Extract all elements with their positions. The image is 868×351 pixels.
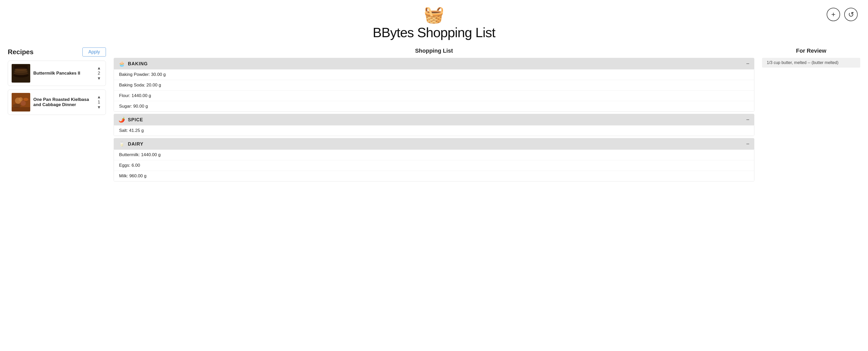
recipe-count-controls: ▲ 2 ▼	[96, 66, 102, 80]
category-header-left: 🌶️ SPICE	[119, 117, 143, 123]
shopping-list-title: Shopping List	[114, 47, 754, 54]
svg-point-8	[21, 101, 26, 106]
recipe-card: Buttermilk Pancakes II ▲ 2 ▼	[8, 61, 106, 86]
increment-button[interactable]: ▲	[96, 95, 102, 99]
plus-icon: +	[831, 10, 835, 19]
app-title: BBytes Shopping List	[373, 25, 495, 40]
category-spice: 🌶️ SPICE − Salt: 41.25 g	[114, 114, 754, 136]
decrement-button[interactable]: ▼	[96, 76, 102, 80]
dairy-icon: 🥛	[119, 141, 125, 147]
category-header-spice: 🌶️ SPICE −	[114, 114, 754, 126]
collapse-baking-button[interactable]: −	[746, 61, 749, 67]
svg-rect-5	[14, 65, 28, 69]
recipe-name: Buttermilk Pancakes II	[33, 71, 93, 76]
spice-icon: 🌶️	[119, 117, 125, 123]
collapse-spice-button[interactable]: −	[746, 117, 749, 122]
recipe-card: One Pan Roasted Kielbasa and Cabbage Din…	[8, 90, 106, 115]
ingredient-row: Milk: 960.00 g	[114, 171, 754, 181]
category-name-dairy: DAIRY	[128, 141, 144, 147]
baking-icon: 🧁	[119, 61, 125, 67]
app-logo: 🧺	[424, 6, 444, 23]
refresh-button[interactable]: ↺	[844, 8, 858, 21]
category-name-baking: BAKING	[128, 61, 148, 67]
decrement-button[interactable]: ▼	[96, 105, 102, 109]
recipe-count: 2	[98, 71, 100, 76]
header-actions: + ↺	[827, 8, 858, 21]
ingredient-row: Flour: 1440.00 g	[114, 91, 754, 101]
recipe-thumbnail	[11, 93, 30, 111]
for-review-title: For Review	[762, 47, 860, 54]
ingredient-row: Salt: 41.25 g	[114, 126, 754, 136]
recipe-count-controls: ▲ 1 ▼	[96, 95, 102, 109]
increment-button[interactable]: ▲	[96, 66, 102, 70]
ingredient-row: Baking Powder: 30.00 g	[114, 69, 754, 80]
category-dairy: 🥛 DAIRY − Buttermilk: 1440.00 g Eggs: 6.…	[114, 138, 754, 181]
category-baking: 🧁 BAKING − Baking Powder: 30.00 g Baking…	[114, 58, 754, 112]
recipes-panel: Recipes Apply Buttermilk Pancakes II ▲ 2…	[8, 47, 106, 183]
ingredient-row: Eggs: 6.00	[114, 160, 754, 171]
category-name-spice: SPICE	[128, 117, 143, 122]
category-header-left: 🥛 DAIRY	[119, 141, 144, 147]
recipe-thumbnail	[11, 64, 30, 82]
shopping-list-panel: Shopping List 🧁 BAKING − Baking Powder: …	[106, 47, 762, 183]
main-content: Recipes Apply Buttermilk Pancakes II ▲ 2…	[0, 47, 868, 183]
ingredient-row: Sugar: 90.00 g	[114, 101, 754, 111]
add-recipe-button[interactable]: +	[827, 8, 840, 21]
collapse-dairy-button[interactable]: −	[746, 141, 749, 147]
recipes-title: Recipes	[8, 48, 34, 56]
svg-rect-12	[11, 107, 30, 111]
refresh-icon: ↺	[848, 10, 854, 19]
recipe-name: One Pan Roasted Kielbasa and Cabbage Din…	[33, 97, 93, 107]
recipes-header: Recipes Apply	[8, 47, 106, 57]
header: 🧺 BBytes Shopping List + ↺	[0, 0, 868, 43]
apply-button[interactable]: Apply	[83, 47, 106, 57]
review-item: 1/3 cup butter, melted -- (butter melted…	[762, 58, 860, 68]
svg-point-9	[19, 97, 23, 101]
svg-point-11	[23, 98, 28, 101]
ingredient-row: Buttermilk: 1440.00 g	[114, 150, 754, 160]
category-header-dairy: 🥛 DAIRY −	[114, 138, 754, 150]
for-review-panel: For Review 1/3 cup butter, melted -- (bu…	[762, 47, 860, 183]
ingredient-row: Baking Soda: 20.00 g	[114, 80, 754, 91]
category-header-left: 🧁 BAKING	[119, 61, 148, 67]
category-header-baking: 🧁 BAKING −	[114, 58, 754, 69]
recipe-count: 1	[98, 100, 100, 105]
